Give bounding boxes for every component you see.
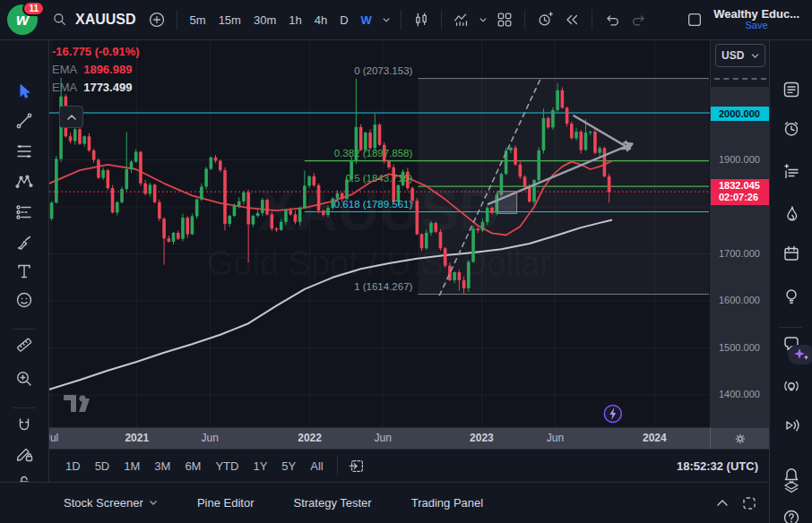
candle-body: [280, 222, 283, 230]
utc-clock[interactable]: 18:52:32 (UTC): [677, 459, 758, 473]
drawing-mode-tool-icon[interactable]: [10, 441, 39, 467]
hotlist-flame-icon[interactable]: [778, 201, 805, 227]
trend-line-tool-icon[interactable]: [10, 107, 39, 134]
layout-name-button[interactable]: Wealthy Educ... Save: [713, 8, 799, 31]
interval-button-5m[interactable]: 5m: [184, 10, 212, 30]
interval-button-D[interactable]: D: [333, 10, 354, 30]
rectangle-drawing[interactable]: [497, 192, 516, 214]
candle-body: [284, 210, 288, 222]
chevron-down-icon[interactable]: [475, 6, 491, 33]
range-button-All[interactable]: All: [303, 456, 330, 476]
divider: [401, 10, 402, 30]
interval-button-30m[interactable]: 30m: [247, 10, 282, 30]
tab-pine-editor[interactable]: Pine Editor: [197, 496, 255, 510]
candle-body: [69, 136, 73, 141]
search-icon[interactable]: [47, 6, 73, 33]
candle-body: [55, 159, 58, 202]
tab-trading-panel[interactable]: Trading Panel: [411, 496, 483, 510]
range-button-6M[interactable]: 6M: [177, 456, 208, 476]
candle-body: [256, 213, 260, 216]
text-tool-icon[interactable]: [10, 258, 39, 285]
candle-body: [120, 189, 124, 202]
axis-settings-corner[interactable]: [710, 427, 769, 449]
symbol-search-button[interactable]: XAUUSD: [75, 12, 136, 28]
interval-button-1h[interactable]: 1h: [282, 10, 307, 30]
emoji-tool-icon[interactable]: [10, 287, 39, 313]
pattern-tool-icon[interactable]: [10, 168, 39, 195]
tab-strategy-tester[interactable]: Strategy Tester: [293, 496, 371, 510]
streams-play-icon[interactable]: [778, 412, 805, 439]
notes-icon[interactable]: [778, 159, 805, 185]
indicators-icon[interactable]: [448, 6, 475, 33]
ema-label: EMA: [52, 81, 77, 94]
interval-button-15m[interactable]: 15m: [212, 10, 247, 30]
magnet-tool-icon[interactable]: [10, 412, 39, 439]
zoom-in-tool-icon[interactable]: [10, 365, 39, 392]
chart-legend[interactable]: -16.775 (-0.91%) EMA1896.989 EMA1773.499: [52, 43, 140, 97]
interval-button-W[interactable]: W: [355, 10, 378, 30]
candle-body: [246, 193, 250, 225]
ai-sparkles-badge[interactable]: [788, 345, 812, 364]
forecast-tool-icon[interactable]: [10, 199, 39, 226]
currency-dropdown[interactable]: USD: [715, 44, 765, 67]
goto-date-icon[interactable]: [348, 457, 366, 475]
candle-body: [275, 228, 279, 230]
price-axis-label: 1500.000: [711, 342, 769, 353]
legend-collapse-button[interactable]: [59, 106, 83, 128]
time-axis[interactable]: Jul2021Jun2022Jun2023Jun2024: [49, 427, 710, 449]
calendar-icon[interactable]: [778, 240, 805, 267]
chevron-down-icon[interactable]: [378, 6, 394, 33]
cursor-tool-icon[interactable]: [10, 78, 39, 105]
range-button-5Y[interactable]: 5Y: [274, 456, 303, 476]
ruler-tool-icon[interactable]: [10, 331, 39, 358]
chart-style-candles-icon[interactable]: [408, 6, 435, 33]
fib-retracement-tool-icon[interactable]: [10, 138, 39, 165]
panel-maximize-icon[interactable]: [742, 496, 756, 510]
timeframe-group: 5m15m30m1h4hDW: [184, 10, 378, 30]
brush-tool-icon[interactable]: [10, 229, 39, 256]
app-logo[interactable]: w 11: [7, 4, 38, 35]
candle-body: [570, 124, 574, 138]
date-range-toolbar: 1D5D1M3M6MYTD1Y5YAll18:52:32 (UTC): [49, 449, 769, 482]
compare-add-icon[interactable]: [143, 6, 170, 33]
save-layout-icon[interactable]: [681, 6, 708, 33]
bar-replay-icon[interactable]: [558, 6, 585, 33]
candle-body: [313, 176, 316, 185]
candle-body: [462, 280, 466, 288]
time-axis-label: Jul: [49, 432, 58, 444]
redo-icon[interactable]: [626, 6, 652, 33]
help-circle-icon[interactable]: [778, 504, 805, 523]
undo-icon[interactable]: [599, 6, 626, 33]
layers-icon[interactable]: [778, 475, 805, 502]
interval-button-4h[interactable]: 4h: [308, 10, 333, 30]
save-link[interactable]: Save: [713, 20, 799, 31]
candle-body: [429, 223, 433, 233]
watchlist-icon[interactable]: [778, 76, 805, 103]
layout-templates-icon[interactable]: [491, 6, 518, 33]
range-button-3M[interactable]: 3M: [147, 456, 177, 476]
alert-clock-icon[interactable]: [778, 116, 805, 142]
broadcast-lightbulb-icon[interactable]: [778, 373, 805, 399]
candle-body: [204, 168, 208, 186]
price-axis[interactable]: USD 2000.0001900.0001832.04502:07:261700…: [710, 40, 769, 427]
candle-body: [153, 184, 157, 201]
range-button-YTD[interactable]: YTD: [208, 456, 246, 476]
candle-body: [214, 158, 218, 161]
range-button-1D[interactable]: 1D: [58, 456, 88, 476]
candle-body: [307, 176, 311, 186]
candle-body: [265, 200, 269, 214]
ideas-lightbulb-icon[interactable]: [778, 283, 805, 310]
candle-body: [294, 214, 298, 221]
arrowhead: [624, 142, 632, 143]
chart-canvas[interactable]: XAUUSDGold Spot / U.S. Dollar0 (2073.153…: [49, 40, 710, 427]
panel-expand-icon[interactable]: [715, 496, 730, 510]
candle-body: [471, 228, 475, 262]
range-button-5D[interactable]: 5D: [88, 456, 117, 476]
candle-body: [82, 136, 86, 143]
layout-name: Wealthy Educ...: [713, 8, 799, 20]
tab-stock-screener[interactable]: Stock Screener: [64, 496, 158, 510]
create-alert-icon[interactable]: [531, 6, 558, 33]
range-button-1Y[interactable]: 1Y: [246, 456, 274, 476]
event-lightning-badge[interactable]: [604, 406, 621, 423]
range-button-1M[interactable]: 1M: [117, 456, 147, 476]
